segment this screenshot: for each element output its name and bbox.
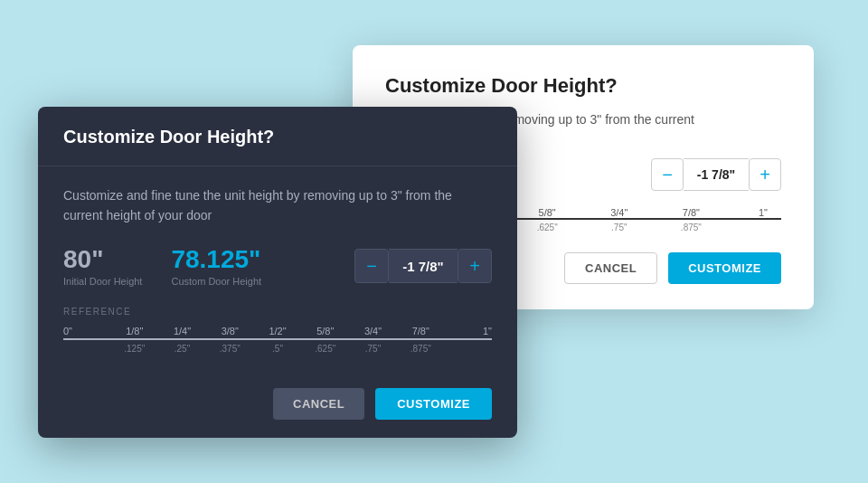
white-customize-button[interactable]: CUSTOMIZE — [668, 252, 781, 284]
dark-ruler-line: .125" .25" .375" .5" .625" .75" .875" — [63, 338, 492, 354]
dark-button-row: CANCEL CUSTOMIZE — [38, 375, 517, 438]
white-sub-5: .875" — [673, 223, 709, 232]
dark-dialog-header: Customize Door Height? — [38, 107, 517, 166]
dark-stepper-minus-button[interactable]: − — [354, 249, 389, 283]
dark-dialog-body: Customize and fine tune the unit height … — [38, 166, 517, 375]
dark-heights-row: 80" Initial Door Height 78.125" Custom D… — [63, 245, 492, 287]
dark-cancel-button[interactable]: CANCEL — [273, 388, 364, 420]
dark-custom-height-val: 78.125" — [171, 245, 261, 274]
dark-tick-5: 5/8" — [302, 326, 349, 336]
dark-sub-0 — [63, 344, 110, 354]
dark-dialog-desc: Customize and fine tune the unit height … — [63, 186, 492, 225]
dark-customize-button[interactable]: CUSTOMIZE — [375, 388, 492, 420]
white-sub-4: .75" — [601, 223, 637, 232]
dark-sub-2: .25" — [159, 344, 206, 354]
dark-tick-4: 1/2" — [254, 326, 301, 336]
dark-custom-height-label: Custom Door Height — [171, 276, 261, 287]
white-stepper-minus-button[interactable]: − — [651, 158, 684, 191]
dark-tick-2: 1/4" — [159, 326, 206, 336]
white-tick-label-3: 5/8" — [529, 207, 565, 218]
dark-sub-5: .625" — [302, 344, 349, 354]
white-stepper-value: -1 7/8" — [684, 158, 749, 191]
white-cancel-button[interactable]: CANCEL — [564, 252, 657, 284]
dark-sub-7: .875" — [397, 344, 444, 354]
dark-initial-height: 80" Initial Door Height — [63, 245, 142, 287]
dark-sub-3: .375" — [206, 344, 253, 354]
dark-tick-0: 0" — [63, 326, 110, 336]
dark-sub-4: .5" — [254, 344, 301, 354]
dark-tick-6: 3/4" — [350, 326, 397, 336]
white-tick-label-6: 1" — [745, 207, 781, 218]
dark-reference-label: REFERENCE — [63, 307, 492, 317]
dark-tick-3: 3/8" — [206, 326, 253, 336]
dark-stepper-plus-button[interactable]: + — [458, 249, 492, 283]
dark-tick-7: 7/8" — [397, 326, 444, 336]
white-sub-3: .625" — [529, 223, 565, 232]
dark-stepper-value: -1 7/8" — [389, 249, 458, 283]
white-dialog-title: Customize Door Height? — [385, 74, 781, 98]
dark-ruler-ticks: 0" 1/8" 1/4" 3/8" 1/2" 5/8" 3/4" 7/8" 1" — [63, 326, 492, 336]
dark-tick-1: 1/8" — [111, 326, 158, 336]
white-tick-label-5: 7/8" — [673, 207, 709, 218]
dark-dialog: Customize Door Height? Customize and fin… — [38, 107, 517, 438]
white-stepper-plus-button[interactable]: + — [749, 158, 781, 191]
dark-custom-height: 78.125" Custom Door Height — [171, 245, 261, 287]
dark-stepper: − -1 7/8" + — [354, 249, 492, 283]
dark-initial-height-val: 80" — [63, 245, 142, 274]
dark-dialog-title: Customize Door Height? — [63, 127, 492, 147]
dark-tick-8: 1" — [445, 326, 492, 336]
white-stepper: − -1 7/8" + — [651, 158, 781, 191]
dark-sub-8 — [445, 344, 492, 354]
white-tick-label-4: 3/4" — [601, 207, 637, 218]
dark-initial-height-label: Initial Door Height — [63, 276, 142, 287]
dark-sub-6: .75" — [350, 344, 397, 354]
dark-sub-1: .125" — [111, 344, 158, 354]
